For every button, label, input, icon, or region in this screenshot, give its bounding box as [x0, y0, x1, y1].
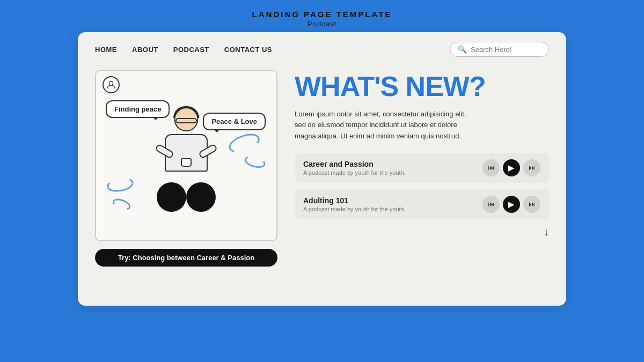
player-controls-1: ⏮ ▶ ⏭ [482, 159, 540, 176]
nav-podcast[interactable]: PODCAST [173, 46, 209, 54]
description-text: Lorem ipsum dolor sit amet, consectetur … [295, 109, 477, 142]
podcast-card-1: Career and Passion A podcast made by you… [295, 153, 549, 183]
podcast-sub-2: A podcast made by youth for the youth. [303, 206, 406, 212]
forward-button-2[interactable]: ⏭ [523, 196, 540, 213]
person-glasses [175, 118, 197, 123]
podcast-sub-1: A podcast made by youth for the youth. [303, 169, 406, 176]
person-cup [181, 158, 192, 167]
nav-about[interactable]: ABOUT [132, 46, 158, 54]
play-button-2[interactable]: ▶ [503, 196, 520, 213]
swirl-decor-2 [243, 154, 267, 170]
main-content: Finding peace Peace & Love [78, 64, 566, 279]
search-input[interactable] [471, 46, 540, 54]
landing-card: HOME ABOUT PODCAST CONTACT US 🔍 F [78, 32, 566, 306]
podcast-title-1: Career and Passion [303, 160, 406, 168]
podcast-card-2: Adulting 101 A podcast made by youth for… [295, 189, 549, 219]
rewind-button-1[interactable]: ⏮ [482, 159, 500, 176]
nav-home[interactable]: HOME [95, 46, 117, 54]
swirl-decor-4 [111, 197, 132, 212]
avatar-icon [103, 76, 120, 93]
play-button-1[interactable]: ▶ [503, 159, 520, 176]
caption-bar: Try: Choosing between Career & Passion [95, 249, 277, 267]
navbar: HOME ABOUT PODCAST CONTACT US 🔍 [78, 32, 566, 64]
nav-links: HOME ABOUT PODCAST CONTACT US [95, 46, 450, 54]
search-bar[interactable]: 🔍 [450, 42, 549, 57]
page-title: LANDING PAGE TEMPLATE [0, 10, 644, 19]
right-content: WHAT'S NEW? Lorem ipsum dolor sit amet, … [295, 70, 549, 238]
player-controls-2: ⏮ ▶ ⏭ [482, 196, 540, 213]
nav-contact[interactable]: CONTACT US [224, 46, 272, 54]
illustration-area: Finding peace Peace & Love [95, 70, 277, 267]
scroll-down-indicator[interactable]: ↓ [295, 226, 549, 238]
svg-point-0 [109, 82, 113, 85]
person-figure [143, 107, 229, 231]
search-icon: 🔍 [458, 45, 467, 54]
person-leg-right [186, 182, 216, 212]
forward-button-1[interactable]: ⏭ [523, 159, 540, 176]
swirl-decor-3 [106, 176, 135, 194]
illustration-box: Finding peace Peace & Love [95, 70, 277, 241]
whats-new-heading: WHAT'S NEW? [295, 72, 549, 101]
podcast-info-1: Career and Passion A podcast made by you… [303, 160, 406, 176]
rewind-button-2[interactable]: ⏮ [482, 196, 500, 213]
page-subtitle: Podcast [0, 20, 644, 28]
person-leg-left [157, 182, 186, 212]
podcast-info-2: Adulting 101 A podcast made by youth for… [303, 196, 406, 212]
swirl-decor-1 [226, 130, 262, 157]
podcast-title-2: Adulting 101 [303, 196, 406, 205]
